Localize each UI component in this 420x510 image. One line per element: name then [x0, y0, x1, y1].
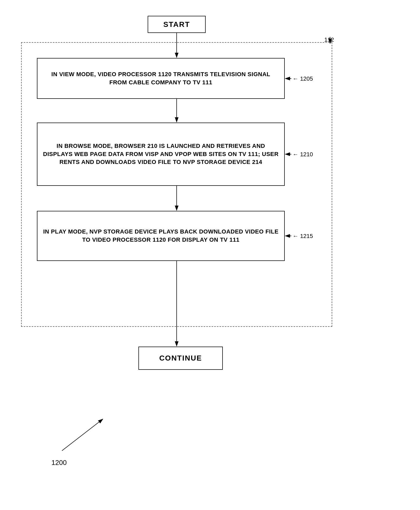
- ref-1205-label: ← 1205: [293, 75, 313, 82]
- step-1215-text: IN PLAY MODE, NVP STORAGE DEVICE PLAYS B…: [43, 228, 279, 244]
- arrow-left-1210: ←: [293, 151, 300, 158]
- start-box: START: [148, 16, 206, 33]
- ref-label-1200: 1200: [51, 459, 67, 467]
- diagram-container: START 112 IN VIEW MODE, VIDEO PROCESSOR …: [21, 8, 398, 510]
- step-1215-box: IN PLAY MODE, NVP STORAGE DEVICE PLAYS B…: [37, 211, 285, 261]
- svg-line-10: [62, 419, 103, 451]
- ref-1210-label: ← 1210: [293, 151, 313, 158]
- step-1210-box: IN BROWSE MODE, BROWSER 210 IS LAUNCHED …: [37, 123, 285, 186]
- ref-1215-label: ← 1215: [293, 233, 313, 240]
- continue-box: CONTINUE: [138, 347, 223, 370]
- start-label: START: [163, 20, 190, 29]
- arrow-left-1215: ←: [293, 233, 300, 239]
- step-1205-box: IN VIEW MODE, VIDEO PROCESSOR 1120 TRANS…: [37, 58, 285, 99]
- arrow-left-1205: ←: [293, 75, 300, 82]
- continue-label: CONTINUE: [159, 354, 202, 362]
- step-1205-text: IN VIEW MODE, VIDEO PROCESSOR 1120 TRANS…: [43, 70, 279, 87]
- step-1210-text: IN BROWSE MODE, BROWSER 210 IS LAUNCHED …: [43, 142, 279, 166]
